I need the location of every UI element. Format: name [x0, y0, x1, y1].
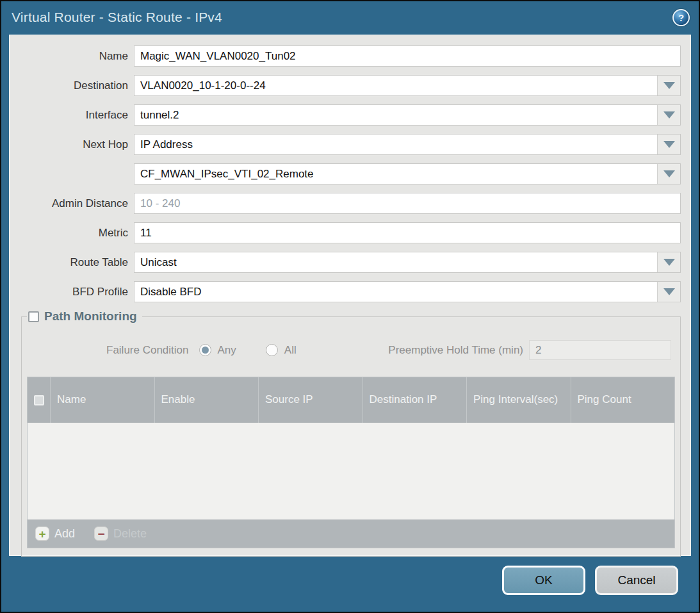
destination-value[interactable]: VLAN0020_10-1-20-0--24 — [134, 79, 657, 92]
dialog-footer: OK Cancel — [502, 566, 678, 595]
name-label: Name — [10, 50, 134, 63]
failure-condition-label: Failure Condition — [106, 344, 189, 357]
next-hop-label: Next Hop — [10, 138, 134, 151]
chevron-down-icon — [663, 259, 675, 266]
column-header-destination-ip: Destination IP — [363, 377, 468, 423]
ok-button[interactable]: OK — [502, 566, 585, 595]
interface-row: Interface tunnel.2 — [10, 104, 681, 126]
path-monitoring-legend: Path Monitoring — [27, 309, 142, 323]
next-hop-address-row: CF_MWAN_IPsec_VTI_02_Remote — [10, 163, 681, 184]
table-toolbar: + Add − Delete — [28, 519, 674, 548]
destination-combo: VLAN0020_10-1-20-0--24 — [134, 75, 681, 96]
name-field-wrap — [134, 45, 681, 67]
column-header-name: Name — [51, 377, 155, 423]
route-table-combo: Unicast — [134, 252, 681, 273]
path-monitoring-checkbox[interactable] — [28, 311, 39, 322]
delete-button[interactable]: − Delete — [94, 527, 147, 541]
chevron-down-icon — [663, 288, 675, 295]
table-header: Name Enable Source IP Destination IP Pin… — [28, 377, 674, 423]
preemptive-hold-time-label: Preemptive Hold Time (min) — [388, 344, 523, 357]
add-button[interactable]: + Add — [35, 527, 75, 541]
chevron-down-icon — [663, 141, 675, 148]
chevron-down-icon — [663, 82, 675, 89]
destination-row: Destination VLAN0020_10-1-20-0--24 — [10, 75, 681, 96]
metric-label: Metric — [10, 227, 134, 240]
bfd-profile-dropdown-button[interactable] — [657, 282, 680, 302]
interface-label: Interface — [10, 109, 134, 122]
header-checkbox-cell — [28, 377, 51, 423]
static-route-dialog: Virtual Router - Static Route - IPv4 ? N… — [0, 0, 700, 613]
column-header-ping-count: Ping Count — [571, 377, 675, 423]
failure-condition-radios: Any All — [189, 344, 316, 357]
table-body-empty — [28, 423, 674, 519]
admin-distance-row: Admin Distance — [10, 193, 681, 214]
path-monitoring-section: Path Monitoring Failure Condition Any Al… — [21, 316, 681, 557]
dialog-title: Virtual Router - Static Route - IPv4 — [12, 10, 222, 25]
preemptive-hold-time-input[interactable] — [529, 340, 671, 360]
select-all-checkbox[interactable] — [34, 395, 44, 405]
column-header-enable: Enable — [155, 377, 259, 423]
titlebar: Virtual Router - Static Route - IPv4 ? — [1, 1, 699, 33]
radio-all[interactable] — [266, 344, 278, 356]
name-row: Name — [10, 45, 681, 67]
path-monitoring-title: Path Monitoring — [44, 309, 137, 323]
next-hop-address-combo: CF_MWAN_IPsec_VTI_02_Remote — [134, 163, 681, 184]
help-icon[interactable]: ? — [672, 9, 690, 26]
name-input[interactable] — [134, 46, 680, 66]
bfd-profile-combo: Disable BFD — [134, 281, 681, 302]
radio-any-label: Any — [218, 344, 236, 357]
dialog-body: Name Destination VLAN0020_10-1-20-0--24 … — [9, 35, 691, 556]
route-table-label: Route Table — [10, 256, 134, 269]
route-table-value[interactable]: Unicast — [134, 256, 657, 269]
bfd-profile-label: BFD Profile — [10, 286, 134, 298]
radio-all-label: All — [284, 344, 297, 357]
delete-button-label: Delete — [113, 527, 147, 541]
admin-distance-label: Admin Distance — [10, 197, 134, 210]
destination-label: Destination — [10, 79, 134, 92]
chevron-down-icon — [663, 170, 675, 177]
interface-dropdown-button[interactable] — [657, 105, 680, 125]
admin-distance-field-wrap — [134, 193, 681, 214]
minus-icon: − — [94, 527, 108, 541]
chevron-down-icon — [663, 111, 675, 119]
destination-dropdown-button[interactable] — [657, 76, 680, 95]
preemptive-hold-time-group: Preemptive Hold Time (min) — [388, 340, 671, 360]
metric-field-wrap — [134, 222, 681, 243]
radio-any[interactable] — [199, 344, 211, 356]
column-header-ping-interval: Ping Interval(sec) — [467, 377, 571, 423]
metric-row: Metric — [10, 222, 681, 243]
metric-input[interactable] — [134, 223, 680, 243]
interface-combo: tunnel.2 — [134, 104, 681, 126]
add-button-label: Add — [54, 527, 75, 541]
path-monitoring-controls: Failure Condition Any All Preemptive Hol… — [27, 336, 675, 372]
cancel-button[interactable]: Cancel — [595, 566, 678, 595]
plus-icon: + — [35, 527, 49, 541]
next-hop-dropdown-button[interactable] — [657, 135, 680, 154]
next-hop-row: Next Hop IP Address — [10, 134, 681, 155]
admin-distance-input[interactable] — [134, 193, 680, 213]
next-hop-address-value[interactable]: CF_MWAN_IPsec_VTI_02_Remote — [134, 168, 657, 181]
route-table-row: Route Table Unicast — [10, 252, 681, 273]
bfd-profile-value[interactable]: Disable BFD — [134, 286, 657, 298]
bfd-profile-row: BFD Profile Disable BFD — [10, 281, 681, 302]
next-hop-value[interactable]: IP Address — [134, 138, 657, 151]
next-hop-address-dropdown-button[interactable] — [657, 164, 680, 184]
column-header-source-ip: Source IP — [259, 377, 363, 423]
next-hop-combo: IP Address — [134, 134, 681, 155]
interface-value[interactable]: tunnel.2 — [134, 109, 657, 122]
route-table-dropdown-button[interactable] — [657, 252, 680, 272]
path-monitoring-table: Name Enable Source IP Destination IP Pin… — [27, 377, 675, 548]
